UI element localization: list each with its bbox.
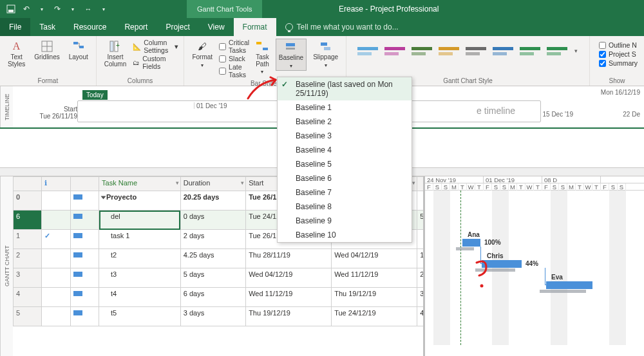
style-swatch[interactable] bbox=[355, 41, 380, 61]
table-row[interactable]: 4t46 daysWed 11/12/19Thu 19/12/193George… bbox=[14, 288, 426, 307]
format-bar-button[interactable]: 🖌Format▾ bbox=[189, 39, 215, 70]
baseline-button[interactable]: Baseline▾ bbox=[276, 39, 307, 71]
today-line bbox=[460, 191, 461, 345]
svg-rect-14 bbox=[321, 42, 327, 46]
baseline-menu-item[interactable]: Baseline 8 bbox=[278, 200, 412, 214]
chevron-down-icon[interactable]: ▾ bbox=[98, 3, 109, 15]
timeline-date: 15 Dec '19 bbox=[543, 111, 574, 118]
baseline-menu-item[interactable]: Baseline 3 bbox=[278, 129, 412, 143]
svg-rect-5 bbox=[73, 42, 78, 44]
project-summary-checkbox[interactable]: Project S bbox=[599, 50, 638, 58]
baseline-menu-item[interactable]: Baseline 2 bbox=[278, 115, 412, 129]
baseline-menu-item[interactable]: Baseline 9 bbox=[278, 214, 412, 228]
column-header[interactable]: Task Name▾ bbox=[99, 177, 181, 191]
svg-rect-7 bbox=[110, 41, 113, 52]
tab-report[interactable]: Report bbox=[115, 18, 156, 36]
style-swatch[interactable] bbox=[383, 41, 407, 61]
window-title: Erease - Project Professional bbox=[262, 5, 644, 14]
baseline-menu-item[interactable]: Baseline 5 bbox=[278, 157, 412, 171]
chevron-down-icon[interactable]: ▾ bbox=[67, 3, 79, 15]
slippage-button[interactable]: Slippage▾ bbox=[310, 39, 341, 70]
column-header[interactable]: ℹ bbox=[42, 177, 70, 191]
baseline-menu-item[interactable]: Baseline 4 bbox=[278, 143, 412, 157]
svg-point-16 bbox=[480, 285, 484, 288]
column-header[interactable]: Duration▾ bbox=[180, 177, 245, 191]
timeline-date: Mon 16/12/19 bbox=[601, 89, 640, 96]
chevron-down-icon[interactable]: ▾ bbox=[36, 3, 48, 15]
auto-schedule-icon bbox=[73, 272, 82, 277]
layout-button[interactable]: Layout bbox=[66, 39, 91, 62]
tab-view[interactable]: View bbox=[199, 18, 234, 36]
baseline-menu-item[interactable]: Baseline 10 bbox=[278, 228, 412, 242]
tab-file[interactable]: File bbox=[0, 18, 30, 36]
gridlines-button[interactable]: Gridlines bbox=[32, 39, 62, 62]
contextual-tab-label: Gantt Chart Tools bbox=[187, 0, 262, 18]
style-swatch[interactable] bbox=[518, 41, 542, 61]
style-swatch[interactable] bbox=[437, 41, 461, 61]
tab-resource[interactable]: Resource bbox=[64, 18, 115, 36]
layout-icon bbox=[72, 40, 85, 53]
group-label: Show bbox=[595, 76, 639, 84]
timeline-label: TIMELINE bbox=[0, 86, 13, 127]
timeline-tick: 01 Dec '19 bbox=[194, 102, 227, 109]
summary-tasks-checkbox[interactable]: Summary bbox=[599, 59, 638, 67]
slack-checkbox[interactable]: Slack bbox=[219, 55, 249, 62]
style-swatch[interactable] bbox=[491, 41, 515, 61]
percent-label: 44% bbox=[526, 260, 538, 267]
table-row[interactable]: 3t35 daysWed 04/12/19Wed 11/12/192EvaMon… bbox=[14, 268, 426, 288]
column-header[interactable] bbox=[14, 177, 42, 191]
auto-schedule-icon bbox=[73, 194, 82, 200]
svg-rect-1 bbox=[8, 10, 14, 12]
link-icon[interactable]: ↔ bbox=[82, 3, 94, 15]
group-show: Outline N Project S Summary Show bbox=[590, 36, 644, 86]
baseline-bar bbox=[456, 247, 474, 250]
insert-column-icon: + bbox=[109, 40, 122, 53]
dependency-link bbox=[545, 268, 547, 285]
svg-rect-6 bbox=[79, 46, 84, 48]
table-row[interactable]: 2t24.25 daysThu 28/11/19Wed 04/12/191Chr… bbox=[14, 249, 426, 268]
baseline-bar bbox=[540, 290, 586, 293]
gantt-bar[interactable] bbox=[546, 281, 592, 289]
svg-rect-15 bbox=[324, 47, 330, 50]
undo-icon[interactable]: ↶ bbox=[21, 3, 32, 15]
custom-fields-button[interactable]: 🗂 Custom Fields bbox=[133, 55, 178, 70]
baseline-menu-item[interactable]: Baseline 1 bbox=[278, 100, 412, 115]
auto-schedule-icon bbox=[73, 310, 82, 315]
gantt-bar[interactable] bbox=[462, 239, 480, 247]
redo-icon[interactable]: ↷ bbox=[52, 3, 63, 15]
gantt-chart-label: GANTT CHART bbox=[0, 176, 13, 356]
outline-number-checkbox[interactable]: Outline N bbox=[599, 41, 638, 49]
text-styles-button[interactable]: AText Styles bbox=[5, 39, 28, 69]
gridlines-icon bbox=[41, 40, 53, 53]
titlebar: ↶ ▾ ↷ ▾ ↔ ▾ Gantt Chart Tools Erease - P… bbox=[0, 0, 644, 18]
gantt-style-gallery[interactable]: ▾ bbox=[352, 39, 584, 63]
baseline-menu-item[interactable]: ✓Baseline (last saved on Mon 25/11/19) bbox=[278, 77, 412, 100]
tell-me-search[interactable]: Tell me what you want to do... bbox=[276, 18, 408, 36]
baseline-menu-item[interactable]: Baseline 6 bbox=[278, 171, 412, 185]
group-format: AText Styles Gridlines Layout Format bbox=[0, 36, 97, 86]
svg-rect-10 bbox=[256, 42, 261, 44]
critical-tasks-checkbox[interactable]: Critical Tasks bbox=[219, 39, 249, 54]
tab-format[interactable]: Format bbox=[234, 18, 276, 36]
save-icon[interactable] bbox=[5, 3, 17, 15]
style-swatch[interactable] bbox=[545, 41, 569, 61]
tab-task[interactable]: Task bbox=[30, 18, 64, 36]
style-swatch[interactable] bbox=[410, 41, 434, 61]
table-row[interactable]: 5t53 daysThu 19/12/19Tue 24/12/194Pastor… bbox=[14, 307, 426, 326]
tab-project[interactable]: Project bbox=[156, 18, 198, 36]
percent-label: 100% bbox=[484, 239, 501, 246]
svg-rect-13 bbox=[286, 48, 295, 50]
column-header[interactable] bbox=[417, 177, 425, 191]
style-swatch[interactable] bbox=[464, 41, 488, 61]
baseline-menu-item[interactable]: Baseline 7 bbox=[278, 185, 412, 200]
gantt-chart[interactable]: 24 Nov '1901 Dec '1908 D FSSMTWTFSSMTWTF… bbox=[425, 176, 644, 356]
baseline-dropdown: ✓Baseline (last saved on Mon 25/11/19)Ba… bbox=[277, 77, 412, 243]
column-header[interactable] bbox=[70, 177, 99, 191]
style-gallery-more[interactable]: ▾ bbox=[572, 48, 580, 54]
svg-text:+: + bbox=[116, 42, 120, 49]
insert-column-button[interactable]: +Insert Column bbox=[102, 39, 129, 69]
auto-schedule-icon bbox=[73, 214, 82, 219]
column-settings-button[interactable]: 📐 Column Settings ▾ bbox=[133, 39, 178, 54]
task-path-button[interactable]: Task Path▾ bbox=[253, 39, 272, 76]
paint-icon: 🖌 bbox=[196, 40, 209, 53]
